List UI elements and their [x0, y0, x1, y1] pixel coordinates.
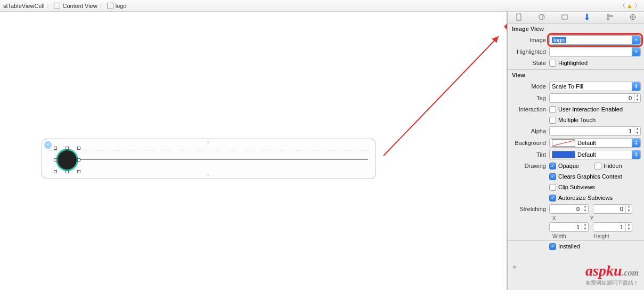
selected-image-view[interactable] — [56, 149, 78, 171]
inspector-tabs: ? — [508, 12, 644, 23]
interaction-label: Interaction — [508, 106, 549, 112]
breadcrumb-item[interactable]: logo — [116, 3, 127, 9]
stretch-x-field[interactable]: ▲▼ — [549, 204, 589, 214]
section-imageview-title: Image View — [508, 23, 644, 34]
clears-graphics-label: Clears Graphics Context — [558, 173, 622, 180]
hidden-label: Hidden — [604, 163, 622, 169]
installed-checkbox[interactable] — [549, 243, 556, 250]
highlighted-label: Highlighted — [508, 49, 549, 55]
color-swatch[interactable] — [552, 139, 575, 147]
user-interaction-label: User Interaction Enabled — [558, 106, 623, 112]
resize-handle[interactable] — [54, 170, 57, 173]
updown-icon[interactable]: ▲▼ — [632, 150, 640, 159]
autoresize-label: Autoresize Subviews — [558, 195, 613, 201]
opaque-checkbox[interactable] — [549, 163, 556, 170]
tint-popup[interactable]: Default ▲▼ — [549, 150, 641, 159]
resize-handle[interactable] — [54, 158, 57, 162]
watermark: aspku.com 免费网站源码下载站！ — [585, 262, 639, 287]
image-label: Image — [508, 37, 549, 43]
identity-inspector-tab[interactable] — [561, 13, 568, 22]
mode-popup[interactable]: Scale To Fill ▲▼ — [549, 82, 641, 91]
user-interaction-checkbox[interactable] — [549, 106, 556, 113]
hidden-checkbox[interactable] — [594, 163, 601, 170]
help-inspector-tab[interactable]: ? — [538, 13, 545, 22]
height-caption: Height — [594, 233, 609, 239]
resize-handle[interactable] — [66, 147, 69, 150]
resize-handle[interactable] — [54, 147, 57, 150]
mode-label: Mode — [508, 83, 549, 90]
drawing-label: Drawing — [508, 163, 549, 169]
breadcrumb[interactable]: stTableViewCell 〉 Content View 〉 logo — [3, 2, 126, 10]
breadcrumb-item[interactable]: Content View — [62, 3, 97, 9]
chevron-down-icon[interactable]: ▼ — [632, 36, 640, 44]
clears-graphics-checkbox[interactable] — [549, 173, 556, 180]
stepper-icon[interactable]: ▲▼ — [625, 205, 632, 213]
table-view-cell[interactable]: ≡ ≡ × — [42, 139, 376, 179]
tag-input[interactable] — [550, 95, 633, 101]
svg-rect-1 — [517, 14, 521, 20]
clip-subviews-checkbox[interactable] — [549, 184, 556, 191]
stepper-icon[interactable]: ▲▼ — [634, 94, 640, 102]
x-caption: X — [552, 215, 556, 221]
grip-icon: ≡ — [207, 173, 211, 178]
stretch-height-field[interactable]: ▲▼ — [593, 222, 632, 232]
jump-bar: stTableViewCell 〉 Content View 〉 logo 〈 … — [0, 0, 644, 12]
grip-icon: ≡ — [207, 140, 211, 145]
resize-handle[interactable] — [77, 147, 80, 150]
installed-label: Installed — [558, 243, 580, 249]
resize-handle[interactable] — [77, 170, 80, 173]
svg-text:?: ? — [541, 13, 544, 20]
chevron-right-icon: 〉 — [46, 2, 52, 10]
breadcrumb-item[interactable]: stTableViewCell — [3, 3, 44, 9]
updown-icon[interactable]: ▲▼ — [632, 139, 640, 147]
tag-label: Tag — [508, 95, 549, 101]
autoresize-checkbox[interactable] — [549, 195, 556, 202]
stretching-label: Stretching — [508, 206, 549, 212]
updown-icon[interactable]: ▲▼ — [632, 82, 640, 91]
connections-inspector-tab[interactable] — [629, 13, 637, 22]
clip-subviews-label: Clip Subviews — [558, 184, 595, 190]
stepper-icon[interactable]: ▲▼ — [582, 223, 588, 231]
stepper-icon[interactable]: ▲▼ — [634, 127, 640, 135]
annotation-arrowhead — [501, 23, 507, 30]
image-combobox[interactable]: logo ▼ — [549, 35, 641, 45]
cell-separator — [48, 150, 369, 150]
interface-builder-canvas[interactable]: ≡ ≡ × — [0, 12, 507, 290]
highlighted-combobox[interactable]: ▼ — [549, 47, 641, 57]
y-caption: Y — [590, 215, 594, 221]
background-popup[interactable]: Default ▲▼ — [549, 138, 641, 148]
svg-rect-6 — [609, 15, 613, 17]
view-icon — [54, 3, 60, 9]
section-view-title: View — [508, 70, 644, 80]
opaque-label: Opaque — [558, 163, 594, 169]
forward-button[interactable]: 〉 — [633, 2, 641, 10]
chevron-down-icon[interactable]: ▼ — [632, 47, 640, 56]
state-label: State — [508, 60, 549, 66]
resize-handle[interactable] — [66, 170, 69, 173]
file-inspector-tab[interactable] — [515, 13, 523, 22]
stretch-y-field[interactable]: ▲▼ — [593, 204, 632, 214]
tint-label: Tint — [508, 151, 549, 158]
alpha-field[interactable]: ▲▼ — [549, 126, 641, 136]
delete-handle-icon[interactable]: × — [44, 141, 52, 149]
add-variation-button[interactable]: ＋ — [511, 262, 518, 272]
warning-icon[interactable]: ▲ — [626, 2, 633, 10]
alpha-input[interactable] — [550, 128, 633, 134]
multiple-touch-checkbox[interactable] — [549, 117, 556, 124]
stepper-icon[interactable]: ▲▼ — [582, 205, 588, 213]
tag-field[interactable]: ▲▼ — [549, 93, 641, 103]
highlighted-checkbox[interactable] — [549, 60, 556, 67]
size-inspector-tab[interactable] — [606, 13, 614, 22]
imageview-icon — [107, 3, 113, 9]
stretch-width-field[interactable]: ▲▼ — [549, 222, 589, 232]
back-button[interactable]: 〈 — [618, 2, 626, 10]
color-swatch[interactable] — [552, 151, 575, 158]
resize-handle[interactable] — [77, 158, 80, 162]
guide-line — [73, 159, 368, 160]
attributes-inspector: ? Image View Image logo ▼ Highlighted ▼ … — [507, 12, 644, 290]
alpha-label: Alpha — [508, 128, 549, 134]
svg-rect-4 — [562, 15, 567, 19]
width-caption: Width — [552, 233, 566, 239]
stepper-icon[interactable]: ▲▼ — [625, 223, 632, 231]
attributes-inspector-tab[interactable] — [583, 13, 591, 22]
